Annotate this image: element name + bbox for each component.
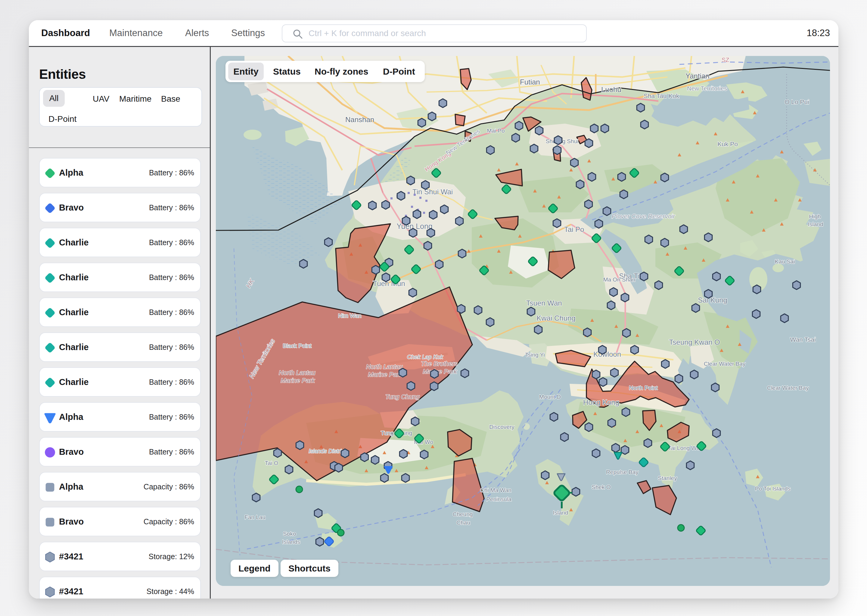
svg-text:SZ: SZ: [722, 57, 730, 63]
svg-text:Tai Po: Tai Po: [564, 225, 584, 233]
svg-text:Marine Park: Marine Park: [422, 368, 457, 375]
svg-text:Island: Island: [553, 509, 568, 516]
svg-text:The Brothers: The Brothers: [421, 360, 457, 367]
svg-text:Repulse Bay: Repulse Bay: [606, 469, 638, 475]
svg-text:Stanley: Stanley: [658, 475, 677, 481]
svg-text:North Point: North Point: [629, 385, 658, 391]
svg-text:Chau: Chau: [456, 519, 470, 526]
svg-text:Plover Cove Reservoir: Plover Cove Reservoir: [612, 213, 675, 220]
svg-text:Clear Water Bay: Clear Water Bay: [704, 361, 746, 367]
svg-text:Peninsula: Peninsula: [486, 496, 511, 502]
svg-text:Hong Kong: Hong Kong: [583, 398, 619, 406]
svg-text:Clear Water Bay: Clear Water Bay: [767, 385, 809, 391]
svg-text:Chek Lap Kok: Chek Lap Kok: [407, 354, 443, 360]
svg-text:Luohu: Luohu: [601, 85, 621, 94]
svg-text:High: High: [809, 213, 821, 220]
svg-text:Discovery: Discovery: [489, 424, 514, 430]
svg-text:Kwai Chung: Kwai Chung: [536, 314, 575, 322]
svg-text:Soko: Soko: [283, 531, 296, 537]
svg-text:Tai O: Tai O: [265, 460, 278, 466]
svg-text:Tsing Yi: Tsing Yi: [525, 352, 545, 358]
svg-text:Islands District: Islands District: [309, 448, 346, 454]
svg-text:Ma On Shan: Ma On Shan: [603, 277, 635, 283]
svg-text:North Lantau: North Lantau: [279, 369, 315, 376]
svg-text:New Territories: New Territories: [687, 85, 727, 92]
svg-text:Marine Park: Marine Park: [368, 371, 402, 378]
svg-text:Kau Sai: Kau Sai: [775, 258, 795, 265]
svg-text:Wan Tsai: Wan Tsai: [790, 336, 815, 343]
svg-text:Nanshan: Nanshan: [345, 115, 374, 124]
svg-text:Tung Chung: Tung Chung: [385, 393, 420, 400]
svg-text:Kuk Po: Kuk Po: [717, 140, 738, 148]
svg-text:Tin Shui Wai: Tin Shui Wai: [412, 188, 453, 196]
svg-text:Mai Po: Mai Po: [487, 127, 504, 134]
svg-text:Black Point: Black Point: [283, 343, 312, 349]
svg-text:Marine Park: Marine Park: [281, 377, 315, 384]
svg-text:Islands: Islands: [282, 539, 300, 545]
svg-text:Nim Wan: Nim Wan: [338, 313, 361, 319]
svg-text:Tsuen Wan: Tsuen Wan: [526, 299, 562, 307]
svg-text:Yantian: Yantian: [686, 72, 709, 80]
svg-text:Kowloon: Kowloon: [593, 350, 621, 358]
svg-text:O Lo Pui: O Lo Pui: [785, 98, 809, 105]
svg-text:Chi Ma Wan: Chi Ma Wan: [480, 487, 511, 493]
svg-text:Island: Island: [808, 221, 823, 227]
svg-text:Po Toi Islands: Po Toi Islands: [755, 486, 791, 492]
svg-text:Shek O: Shek O: [591, 484, 610, 490]
svg-text:Fan Lau: Fan Lau: [244, 514, 265, 520]
svg-text:Cheung: Cheung: [453, 511, 473, 517]
svg-text:Futian: Futian: [520, 78, 540, 86]
svg-text:Tuen Mun: Tuen Mun: [373, 280, 405, 288]
svg-text:Tseung Kwan O: Tseung Kwan O: [669, 338, 720, 346]
svg-text:Sha Tau Kok: Sha Tau Kok: [644, 92, 679, 99]
svg-text:Mount D: Mount D: [539, 394, 561, 400]
svg-text:North Lantau: North Lantau: [366, 363, 403, 370]
svg-text:Sai Kung: Sai Kung: [698, 296, 727, 304]
